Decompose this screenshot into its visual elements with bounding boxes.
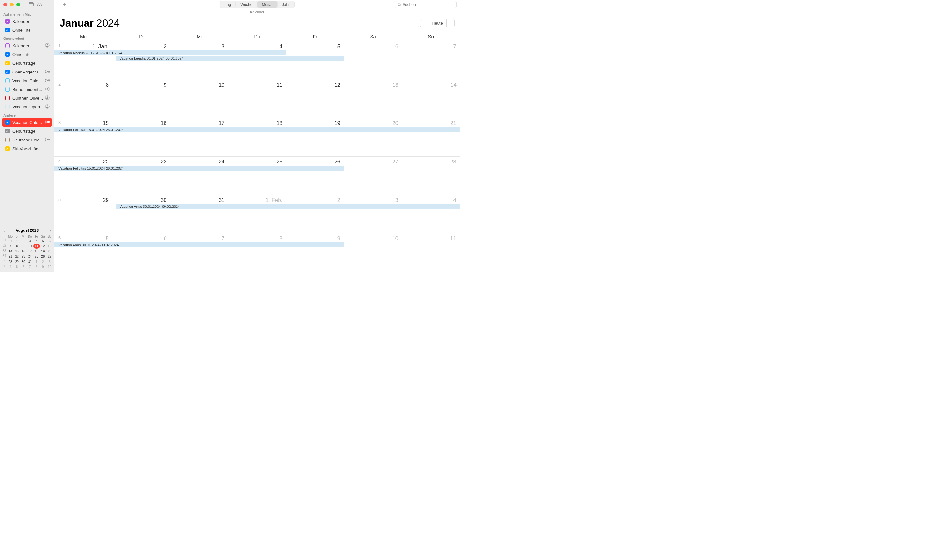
day-cell[interactable]: 23 xyxy=(112,157,170,195)
calendar-checkbox[interactable] xyxy=(5,52,10,57)
view-week-button[interactable]: Woche xyxy=(236,1,257,8)
calendar-checkbox[interactable] xyxy=(5,129,10,133)
mini-cal-day[interactable]: 14 xyxy=(7,249,14,254)
day-cell[interactable]: 2 xyxy=(286,195,344,233)
mini-cal-day[interactable]: 8 xyxy=(14,244,20,249)
view-month-button[interactable]: Monat xyxy=(257,1,277,8)
calendar-event[interactable]: Vacation Felicitas 15.01.2024-26.01.2024 xyxy=(54,127,460,132)
mini-cal-day[interactable]: 5 xyxy=(40,238,46,243)
mini-cal-day[interactable]: 28 xyxy=(7,259,14,264)
day-cell[interactable]: 25 xyxy=(228,157,286,195)
mini-cal-day[interactable]: 7 xyxy=(7,244,14,249)
calendar-event[interactable]: Vacation Markus 28.12.2023-04.01.2024 xyxy=(54,51,286,55)
day-cell[interactable]: 7 xyxy=(402,42,460,80)
mini-cal-day[interactable]: 5 xyxy=(14,265,20,269)
calendar-item[interactable]: Birthe Lindent… xyxy=(2,85,52,94)
mini-cal-day[interactable]: 24 xyxy=(26,254,33,259)
day-cell[interactable]: 9 xyxy=(112,80,170,118)
mini-cal-day[interactable]: 18 xyxy=(33,249,40,254)
mini-cal-prev-button[interactable]: ‹ xyxy=(3,228,5,233)
mini-cal-day[interactable]: 2 xyxy=(20,238,26,243)
day-cell[interactable]: 11 xyxy=(402,233,460,272)
mini-cal-day[interactable]: 3 xyxy=(46,259,53,264)
day-cell[interactable]: 7 xyxy=(170,233,228,272)
day-cell[interactable]: 14 xyxy=(402,80,460,118)
calendar-grid[interactable]: 11. Jan.234567Vacation Markus 28.12.2023… xyxy=(54,41,460,272)
day-cell[interactable]: 9 xyxy=(286,233,344,272)
calendar-item[interactable]: Deutsche Feie… xyxy=(2,135,52,144)
calendar-checkbox[interactable] xyxy=(5,43,10,48)
mini-cal-day[interactable]: 15 xyxy=(14,249,20,254)
day-cell[interactable]: 21 xyxy=(402,118,460,156)
mini-cal-day[interactable]: 31 xyxy=(7,238,14,243)
mini-cal-grid[interactable]: MoDiMiDoFrSaSo31311234563278910111213331… xyxy=(1,235,53,269)
calendar-item[interactable]: Vacation Open… xyxy=(2,103,52,111)
mini-cal-day[interactable]: 26 xyxy=(40,254,46,259)
next-month-button[interactable]: › xyxy=(447,19,454,27)
day-cell[interactable]: 26 xyxy=(286,157,344,195)
day-cell[interactable]: 28 xyxy=(402,157,460,195)
mini-cal-day[interactable]: 16 xyxy=(20,249,26,254)
mini-cal-day[interactable]: 20 xyxy=(46,249,53,254)
mini-cal-day[interactable]: 7 xyxy=(26,265,33,269)
view-day-button[interactable]: Tag xyxy=(220,1,236,8)
mini-cal-next-button[interactable]: › xyxy=(49,228,51,233)
mini-cal-day[interactable]: 4 xyxy=(7,265,14,269)
calendar-item[interactable]: Günther, Olive… xyxy=(2,94,52,102)
calendar-checkbox[interactable] xyxy=(5,87,10,92)
day-cell[interactable]: 30 xyxy=(112,195,170,233)
mini-cal-day[interactable]: 30 xyxy=(20,259,26,264)
calendar-item[interactable]: Ohne Titel xyxy=(2,26,52,34)
day-cell[interactable]: 1. Feb. xyxy=(228,195,286,233)
zoom-window-button[interactable] xyxy=(16,3,20,6)
view-year-button[interactable]: Jahr xyxy=(277,1,294,8)
day-cell[interactable]: 6 xyxy=(344,42,402,80)
calendar-list-toggle-icon[interactable] xyxy=(29,2,34,8)
calendar-list[interactable]: Auf meinem MacKalenderOhne TitelOpenproj… xyxy=(0,9,54,225)
day-cell[interactable]: 4 xyxy=(402,195,460,233)
calendar-checkbox[interactable] xyxy=(5,105,10,109)
mini-cal-day[interactable]: 13 xyxy=(46,244,53,249)
mini-cal-day[interactable]: 12 xyxy=(40,244,46,249)
new-event-button[interactable]: + xyxy=(63,1,66,8)
calendar-item[interactable]: Vacation Cale… xyxy=(2,118,52,126)
calendar-event[interactable]: Vacation Anas 30.01.2024-09.02.2024 xyxy=(115,204,460,209)
mini-cal-day[interactable]: 9 xyxy=(20,244,26,249)
day-cell[interactable]: 31 xyxy=(170,195,228,233)
day-cell[interactable]: 10 xyxy=(170,80,228,118)
mini-cal-day[interactable]: 11 xyxy=(33,244,40,249)
day-cell[interactable]: 422 xyxy=(54,157,112,195)
mini-cal-day[interactable]: 6 xyxy=(20,265,26,269)
mini-cal-day[interactable]: 3 xyxy=(26,238,33,243)
mini-cal-day[interactable]: 8 xyxy=(33,265,40,269)
day-cell[interactable]: 12 xyxy=(286,80,344,118)
calendar-item[interactable]: Geburtstage xyxy=(2,127,52,135)
mini-cal-day[interactable]: 27 xyxy=(46,254,53,259)
mini-cal-day[interactable]: 29 xyxy=(14,259,20,264)
calendar-checkbox[interactable] xyxy=(5,120,10,125)
day-cell[interactable]: 11 xyxy=(228,80,286,118)
mini-cal-day[interactable]: 22 xyxy=(14,254,20,259)
calendar-checkbox[interactable] xyxy=(5,69,10,74)
today-button[interactable]: Heute xyxy=(428,19,447,27)
day-cell[interactable]: 529 xyxy=(54,195,112,233)
mini-cal-day[interactable]: 17 xyxy=(26,249,33,254)
calendar-item[interactable]: Kalender xyxy=(2,42,52,50)
day-cell[interactable]: 24 xyxy=(170,157,228,195)
day-cell[interactable]: 10 xyxy=(344,233,402,272)
calendar-item[interactable]: Siri-Vorschläge xyxy=(2,145,52,153)
calendar-checkbox[interactable] xyxy=(5,19,10,24)
calendar-checkbox[interactable] xyxy=(5,138,10,142)
day-cell[interactable]: 16 xyxy=(112,118,170,156)
calendar-item[interactable]: Kalender xyxy=(2,17,52,26)
calendar-checkbox[interactable] xyxy=(5,28,10,32)
mini-cal-day[interactable]: 9 xyxy=(40,265,46,269)
calendar-checkbox[interactable] xyxy=(5,146,10,151)
minimize-window-button[interactable] xyxy=(10,3,14,6)
day-cell[interactable]: 65 xyxy=(54,233,112,272)
day-cell[interactable]: 20 xyxy=(344,118,402,156)
day-cell[interactable]: 13 xyxy=(344,80,402,118)
mini-cal-day[interactable]: 4 xyxy=(33,238,40,243)
day-cell[interactable]: 11. Jan. xyxy=(54,42,112,80)
search-input[interactable] xyxy=(403,2,454,7)
